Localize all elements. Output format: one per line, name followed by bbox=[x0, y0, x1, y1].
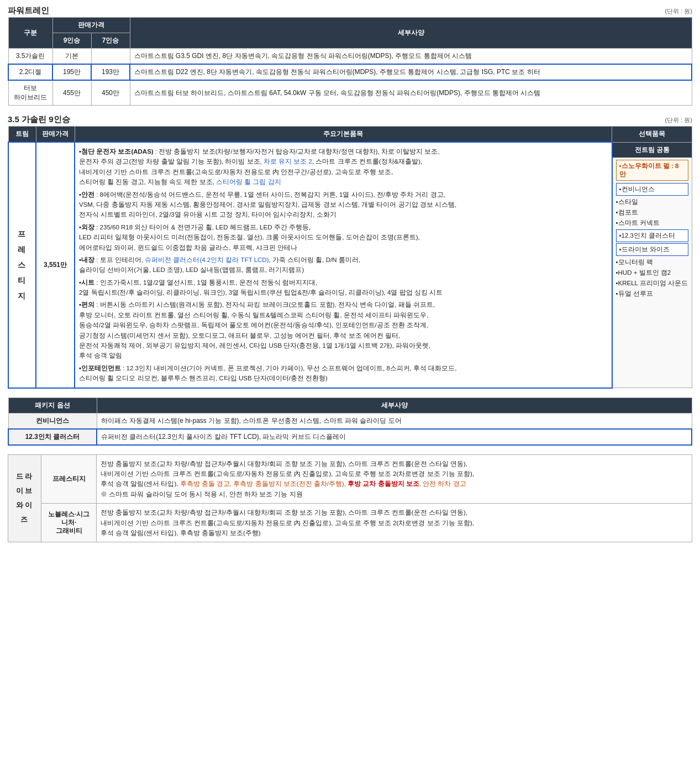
opt-hud: •HUD + 빌트인 캠2 bbox=[616, 268, 689, 278]
gs-trim-name: 프레스티지 bbox=[8, 142, 36, 388]
dw-detail-0: 전방 충돌방지 보조(교차 차량/측방 접근차/추월시 대향차/회피 조향 보조… bbox=[97, 454, 692, 504]
package-table: 패키지 옵션 세부사양 컨비니언스 하이패스 자동결제 시스템(e hi-pas… bbox=[8, 397, 692, 446]
pt-header-category: 구분 bbox=[8, 18, 52, 49]
powertrain-title: 파워트레인 bbox=[8, 6, 49, 16]
drivewise-table: 드라이브와이즈 프레스티지 전방 충돌방지 보조(교차 차량/측방 접근차/추월… bbox=[8, 454, 692, 543]
pt-row-detail-2: 스마트스트림 터보 하이브리드, 스마트스트림 6AT, 54.0kW 구동 모… bbox=[130, 80, 692, 106]
opt-monitoring: •모니터링 팩 bbox=[616, 257, 689, 268]
opt-sunroof: •듀얼 선루프 bbox=[616, 289, 689, 299]
pkg-row-name-0: 컨비니언스 bbox=[8, 413, 97, 429]
pt-row-p7-2: 450만 bbox=[91, 80, 130, 106]
pt-row-p9-0: 기본 bbox=[52, 49, 91, 65]
gasoline-table: 트림 판매가격 주요기본품목 선택품목 프레스티지 3,551만 •첨단 운전자… bbox=[8, 126, 692, 389]
pkg-row-name-1: 12.3인치 클러스터 bbox=[8, 429, 97, 445]
pt-row-name-2: 터보하이브리드 bbox=[8, 80, 52, 106]
powertrain-unit: (단위 : 원) bbox=[665, 7, 693, 15]
pt-row-name-0: 3.5가솔린 bbox=[8, 49, 52, 65]
opt-convenience-boxed: •컨비니언스 bbox=[616, 183, 689, 196]
gs-header-trim: 트림 bbox=[8, 127, 36, 143]
table-row: 컨비니언스 하이패스 자동결제 시스템(e hi-pass 기능 포함), 스마… bbox=[8, 413, 692, 429]
gs-options: 전트림 공통 •스노우화이트 펄 : 8만 •컨비니언스 •스타일 •컴포트 •… bbox=[612, 142, 692, 388]
pt-header-9p: 9인승 bbox=[52, 33, 91, 49]
dw-trim-1: 노블레스·시그니처·그래비티 bbox=[41, 504, 97, 542]
pkg-header-option: 패키지 옵션 bbox=[8, 397, 97, 413]
opt-drivewise-boxed: •드라이브 와이즈 bbox=[616, 243, 689, 256]
pkg-row-detail-1: 슈퍼비전 클러스터(12.3인치 풀사이즈 칼라 TFT LCD), 파노라믹 … bbox=[97, 429, 692, 445]
pt-header-7p: 7인승 bbox=[91, 33, 130, 49]
gs-header-options: 선택품목 bbox=[612, 127, 692, 143]
table-row: 노블레스·시그니처·그래비티 전방 충돌방지 보조(교차 차량/측방 접근차/추… bbox=[8, 504, 692, 542]
pt-row-p7-0 bbox=[91, 49, 130, 65]
opt-krell: •KRELL 프리미엄 사운드 bbox=[616, 278, 689, 289]
powertrain-section: 파워트레인 (단위 : 원) 구분 판매가격 세부사양 9인승 7인승 3.5가… bbox=[8, 6, 692, 106]
pt-row-detail-0: 스마트스트림 G3.5 GDI 엔진, 8단 자동변속기, 속도감응형 전동식 … bbox=[130, 49, 692, 65]
gs-header-price: 판매가격 bbox=[36, 127, 75, 143]
pt-header-detail: 세부사양 bbox=[130, 18, 692, 49]
dw-detail-1: 전방 충돌방지 보조(교차 차량/측방 접근차/추월시 대향차/회피 조향 보조… bbox=[97, 504, 692, 542]
gs-header-features: 주요기본품목 bbox=[75, 127, 612, 143]
table-row: 12.3인치 클러스터 슈퍼비전 클러스터(12.3인치 풀사이즈 칼라 TFT… bbox=[8, 429, 692, 445]
pkg-row-detail-0: 하이패스 자동결제 시스템(e hi-pass 기능 포함), 스마트폰 무선충… bbox=[97, 413, 692, 429]
gs-trim-price: 3,551만 bbox=[36, 142, 75, 388]
dw-trim-0: 프레스티지 bbox=[41, 454, 97, 504]
table-row: 3.5가솔린 기본 스마트스트림 G3.5 GDI 엔진, 8단 자동변속기, … bbox=[8, 49, 692, 65]
opt-style: •스타일 bbox=[616, 197, 689, 207]
pt-row-name-1: 2.2디젤 bbox=[8, 64, 52, 80]
opt-cluster-boxed: •12.3인치 클러스터 bbox=[616, 229, 689, 242]
gs-features: •첨단 운전자 보조(ADAS) : 전방 충돌방지 보조(차량/보행자/자전거… bbox=[75, 142, 612, 388]
pkg-header-detail: 세부사양 bbox=[97, 397, 692, 413]
gasoline-unit: (단위 : 원) bbox=[665, 116, 693, 124]
opt-comfort: •컴포트 bbox=[616, 207, 689, 218]
opt-snow-white: •스노우화이트 펄 : 8만 bbox=[616, 160, 689, 181]
table-row: 2.2디젤 195만 193만 스마트스트림 D22 엔진, 8단 자동변속기,… bbox=[8, 64, 692, 80]
table-row: 터보하이브리드 455만 450만 스마트스트림 터보 하이브리드, 스마트스트… bbox=[8, 80, 692, 106]
gasoline-title: 3.5 가솔린 9인승 bbox=[8, 114, 70, 125]
drivewise-section: 드라이브와이즈 프레스티지 전방 충돌방지 보조(교차 차량/측방 접근차/추월… bbox=[8, 454, 692, 543]
dw-group-label: 드라이브와이즈 bbox=[8, 454, 41, 542]
pt-header-price-group: 판매가격 bbox=[52, 18, 130, 33]
options-header: 전트림 공통 bbox=[613, 143, 692, 158]
opt-smart-connect: •스마트 커넥트 bbox=[616, 218, 689, 228]
pt-row-p9-1: 195만 bbox=[52, 64, 91, 80]
gasoline-section: 3.5 가솔린 9인승 (단위 : 원) 트림 판매가격 주요기본품목 선택품목… bbox=[8, 114, 692, 389]
pt-row-p9-2: 455만 bbox=[52, 80, 91, 106]
pt-row-p7-1: 193만 bbox=[91, 64, 130, 80]
table-row: 프레스티지 3,551만 •첨단 운전자 보조(ADAS) : 전방 충돌방지 … bbox=[8, 142, 692, 388]
package-section: 패키지 옵션 세부사양 컨비니언스 하이패스 자동결제 시스템(e hi-pas… bbox=[8, 397, 692, 446]
table-row: 드라이브와이즈 프레스티지 전방 충돌방지 보조(교차 차량/측방 접근차/추월… bbox=[8, 454, 692, 504]
pt-row-detail-1: 스마트스트림 D22 엔진, 8단 자동변속기, 속도감응형 전동식 파워스티어… bbox=[130, 64, 692, 80]
powertrain-table: 구분 판매가격 세부사양 9인승 7인승 3.5가솔린 기본 스마트스트림 G3… bbox=[8, 17, 692, 106]
